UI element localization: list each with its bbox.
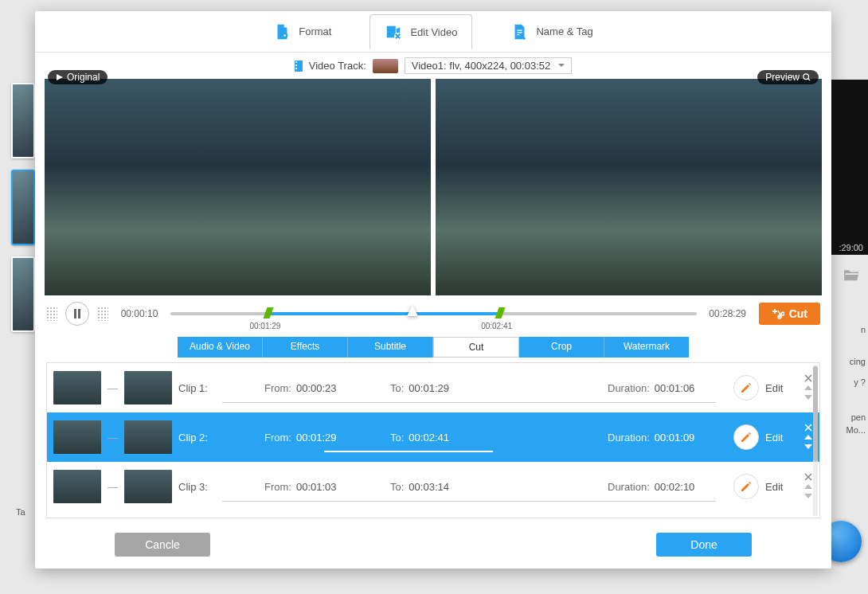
timeline-playhead[interactable] xyxy=(407,305,418,316)
done-button[interactable]: Done xyxy=(656,533,752,557)
clip-list: —Clip 1:From:00:00:23To:00:01:29Duration… xyxy=(46,362,820,518)
video-track-thumb xyxy=(373,59,398,73)
bg-thumb xyxy=(11,170,35,245)
tab-name-tag-label: Name & Tag xyxy=(536,25,592,37)
move-up-icon[interactable] xyxy=(804,384,812,392)
folder-open-icon xyxy=(843,268,860,282)
original-badge-label: Original xyxy=(67,72,100,83)
edit-clip-button[interactable] xyxy=(733,424,759,450)
pencil-icon xyxy=(740,480,753,493)
edit-video-icon xyxy=(385,23,402,41)
clip-underline xyxy=(222,402,716,403)
film-icon xyxy=(295,61,303,72)
pause-button[interactable] xyxy=(65,302,89,326)
subtab-watermark[interactable]: Watermark xyxy=(604,337,689,358)
background-thumbnail-list xyxy=(11,83,35,332)
pencil-icon xyxy=(740,381,753,394)
subtab-effects[interactable]: Effects xyxy=(263,337,348,358)
transport-bar: 00:00:10 00:01:29 00:02:41 00:28:29 Cut xyxy=(35,295,831,329)
cut-button[interactable]: Cut xyxy=(759,303,820,325)
clip-from: From:00:01:29 xyxy=(264,432,384,444)
clip-underline xyxy=(324,451,493,452)
move-down-icon[interactable] xyxy=(804,443,812,451)
play-triangle-icon xyxy=(56,73,64,81)
svg-rect-5 xyxy=(295,61,297,63)
preview-video-pane[interactable] xyxy=(436,79,822,295)
clip-name: Clip 2: xyxy=(178,432,258,444)
edit-clip-label[interactable]: Edit xyxy=(765,382,794,394)
move-down-icon[interactable] xyxy=(804,393,812,401)
thumb-separator: — xyxy=(108,481,118,493)
timeline-selection xyxy=(265,312,497,315)
bg-text: Ta xyxy=(16,507,25,517)
edit-clip-label[interactable]: Edit xyxy=(765,432,794,444)
timeline-out-label: 00:02:41 xyxy=(481,322,512,330)
clip-underline xyxy=(222,501,716,502)
clip-from: From:00:00:23 xyxy=(264,382,384,394)
top-tab-bar: Format Edit Video Name & Tag xyxy=(35,11,831,53)
clip-thumb-end xyxy=(124,371,172,404)
subtab-crop[interactable]: Crop xyxy=(519,337,604,358)
cut-button-label: Cut xyxy=(789,307,807,320)
subtab-audio-video[interactable]: Audio & Video xyxy=(178,337,263,358)
edit-clip-button[interactable] xyxy=(733,375,759,401)
bg-text: Mo... xyxy=(846,425,866,435)
preview-badge-label: Preview xyxy=(765,72,800,83)
bg-text: pen xyxy=(851,412,866,422)
timeline[interactable]: 00:01:29 00:02:41 xyxy=(170,303,697,325)
clip-scrollbar[interactable] xyxy=(813,365,818,516)
clip-duration: Duration:00:01:09 xyxy=(608,432,727,444)
cancel-button[interactable]: Cancle xyxy=(115,533,210,557)
tab-format[interactable]: Format xyxy=(259,15,346,49)
subtab-subtitle[interactable]: Subtitle xyxy=(348,337,433,358)
clip-name: Clip 1: xyxy=(178,382,258,394)
original-video-pane[interactable] xyxy=(45,79,431,295)
move-up-icon[interactable] xyxy=(804,483,812,490)
close-icon[interactable] xyxy=(804,473,812,481)
pause-icon xyxy=(73,309,81,318)
scrollbar-thumb[interactable] xyxy=(813,366,818,462)
clip-from: From:00:01:03 xyxy=(264,481,384,493)
clip-row[interactable]: —Clip 1:From:00:00:23To:00:01:29Duration… xyxy=(47,363,819,412)
svg-rect-9 xyxy=(74,309,76,318)
tab-edit-video[interactable]: Edit Video xyxy=(369,14,472,49)
clip-thumb-end xyxy=(124,420,172,454)
thumb-separator: — xyxy=(108,432,118,444)
clip-row[interactable]: —Clip 2:From:00:01:29To:00:02:41Duration… xyxy=(47,412,819,462)
svg-point-8 xyxy=(803,74,809,80)
close-icon[interactable] xyxy=(804,424,812,432)
scissors-plus-icon xyxy=(772,307,784,320)
video-track-row: Video Track: Video1: flv, 400x224, 00:03… xyxy=(35,53,831,79)
edit-sub-tabs: Audio & Video Effects Subtitle Cut Crop … xyxy=(178,337,689,358)
video-track-label: Video Track: xyxy=(309,60,366,72)
clip-thumb-end xyxy=(124,470,172,503)
tab-name-tag[interactable]: Name & Tag xyxy=(496,15,607,49)
move-up-icon[interactable] xyxy=(804,433,812,441)
dialog-footer: Cancle Done xyxy=(35,518,831,557)
bg-thumb xyxy=(11,83,35,158)
svg-rect-7 xyxy=(295,68,297,69)
tab-format-label: Format xyxy=(299,25,331,37)
drag-grip-icon[interactable] xyxy=(46,307,57,321)
preview-badge[interactable]: Preview xyxy=(757,70,819,84)
edit-clip-label[interactable]: Edit xyxy=(765,481,794,493)
close-icon[interactable] xyxy=(804,374,812,382)
clip-name: Clip 3: xyxy=(178,481,258,493)
clip-row[interactable]: —Clip 3:From:00:01:03To:00:03:14Duration… xyxy=(47,462,819,511)
clip-thumb-start xyxy=(53,470,101,503)
name-tag-icon xyxy=(510,23,528,41)
svg-rect-6 xyxy=(295,64,297,66)
edit-video-dialog: Format Edit Video Name & Tag Video Track… xyxy=(35,11,831,569)
clip-duration: Duration:00:02:10 xyxy=(608,481,727,493)
total-time: 00:28:29 xyxy=(705,308,751,319)
thumb-separator: — xyxy=(108,382,118,394)
current-time: 00:00:10 xyxy=(116,308,162,319)
move-down-icon[interactable] xyxy=(804,492,812,500)
clip-thumb-start xyxy=(53,420,101,454)
edit-clip-button[interactable] xyxy=(733,474,759,499)
subtab-cut[interactable]: Cut xyxy=(433,337,519,358)
drag-grip-icon[interactable] xyxy=(97,307,108,321)
video-track-select[interactable]: Video1: flv, 400x224, 00:03:52 xyxy=(405,57,572,74)
clip-duration: Duration:00:01:06 xyxy=(608,382,727,394)
background-preview-dark xyxy=(831,80,868,255)
